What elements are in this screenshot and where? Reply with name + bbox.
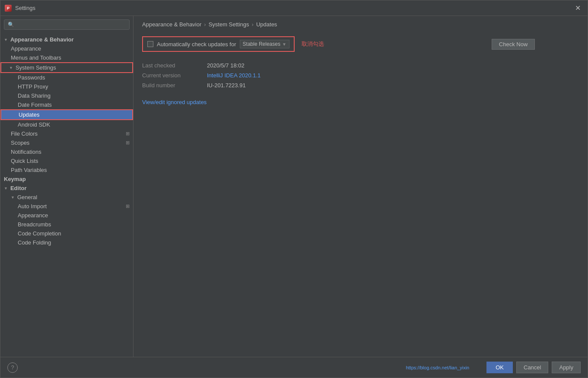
build-number-label: Build number — [142, 82, 198, 89]
breadcrumb-sep2: › — [252, 21, 254, 28]
sidebar-item-data-sharing[interactable]: Data Sharing — [0, 91, 133, 100]
search-input[interactable] — [16, 22, 126, 28]
sidebar-item-file-colors[interactable]: File Colors ⊞ — [0, 129, 133, 138]
main-content: Appearance & Behavior › System Settings … — [133, 16, 588, 357]
file-colors-icon: ⊞ — [126, 131, 130, 137]
breadcrumb-part2: System Settings — [209, 21, 249, 28]
sidebar-item-updates[interactable]: Updates — [0, 109, 133, 120]
general-expand-icon: ▼ — [11, 195, 15, 200]
auto-update-checkbox[interactable] — [147, 41, 153, 47]
auto-update-section: Automatically check updates for Stable R… — [142, 36, 295, 52]
footer-buttons: OK Cancel Apply — [486, 362, 581, 373]
sidebar-item-http-proxy[interactable]: HTTP Proxy — [0, 82, 133, 91]
close-button[interactable]: ✕ — [572, 3, 583, 13]
collapse-icon: ▼ — [4, 38, 8, 42]
build-number-value: IU-201.7223.91 — [207, 82, 246, 89]
last-checked-value: 2020/5/7 18:02 — [207, 62, 245, 69]
sidebar-item-passwords[interactable]: Passwords — [0, 73, 133, 82]
footer: ? https://blog.csdn.net/lian_yixin OK Ca… — [0, 357, 588, 378]
title-bar: P Settings ✕ — [0, 0, 588, 16]
sidebar-item-editor[interactable]: ▼ Editor — [0, 184, 133, 193]
app-icon: P — [5, 5, 12, 12]
help-button[interactable]: ? — [7, 362, 18, 373]
current-version-row: Current version IntelliJ IDEA 2020.1.1 — [142, 70, 579, 80]
current-version-label: Current version — [142, 72, 198, 79]
last-checked-label: Last checked — [142, 62, 198, 69]
auto-update-label: Automatically check updates for — [157, 41, 236, 48]
sidebar-item-appearance[interactable]: Appearance — [0, 44, 133, 53]
sidebar-item-date-formats[interactable]: Date Formats — [0, 100, 133, 109]
sidebar-item-auto-import[interactable]: Auto Import ⊞ — [0, 202, 133, 211]
check-now-button[interactable]: Check Now — [492, 39, 535, 50]
build-number-row: Build number IU-201.7223.91 — [142, 80, 579, 90]
search-icon: 🔍 — [8, 22, 14, 28]
sidebar-item-code-completion[interactable]: Code Completion — [0, 229, 133, 238]
dropdown-arrow-icon: ▼ — [282, 42, 286, 47]
sidebar-item-scopes[interactable]: Scopes ⊞ — [0, 138, 133, 147]
sidebar-item-appearance-editor[interactable]: Appearance — [0, 211, 133, 220]
apply-button[interactable]: Apply — [552, 362, 581, 373]
sidebar-item-path-variables[interactable]: Path Variables — [0, 165, 133, 175]
panel-body: Automatically check updates for Stable R… — [133, 31, 588, 357]
auto-import-icon: ⊞ — [126, 203, 130, 209]
window-title: Settings — [15, 5, 572, 11]
current-version-value[interactable]: IntelliJ IDEA 2020.1.1 — [207, 72, 261, 79]
annotation-text: 取消勾选 — [302, 40, 324, 48]
sidebar-tree: ▼ Appearance & Behavior Appearance Menus… — [0, 33, 133, 357]
view-ignored-updates-link[interactable]: View/edit ignored updates — [142, 99, 207, 105]
info-table: Last checked 2020/5/7 18:02 Current vers… — [142, 60, 579, 90]
sidebar-item-breadcrumbs[interactable]: Breadcrumbs — [0, 220, 133, 229]
breadcrumb-part1: Appearance & Behavior — [142, 21, 201, 28]
sidebar-item-general[interactable]: ▼ General — [0, 193, 133, 202]
editor-collapse-icon: ▼ — [4, 186, 8, 191]
breadcrumb: Appearance & Behavior › System Settings … — [133, 16, 588, 31]
expand-icon: ▼ — [9, 66, 13, 70]
sidebar-item-menus-toolbars[interactable]: Menus and Toolbars — [0, 53, 133, 62]
sidebar-item-system-settings[interactable]: ▼ System Settings — [0, 62, 133, 73]
breadcrumb-part3: Updates — [256, 21, 277, 28]
last-checked-row: Last checked 2020/5/7 18:02 — [142, 60, 579, 70]
sidebar-item-keymap[interactable]: Keymap — [0, 175, 133, 184]
sidebar-item-notifications[interactable]: Notifications — [0, 147, 133, 156]
sidebar-item-appearance-behavior[interactable]: ▼ Appearance & Behavior — [0, 35, 133, 44]
sidebar: 🔍 ▼ Appearance & Behavior Appearance Men… — [0, 16, 133, 357]
ok-button[interactable]: OK — [486, 362, 513, 373]
scopes-icon: ⊞ — [126, 140, 130, 146]
update-channel-dropdown[interactable]: Stable Releases ▼ — [240, 40, 289, 48]
breadcrumb-sep1: › — [204, 21, 206, 28]
sidebar-item-quick-lists[interactable]: Quick Lists — [0, 156, 133, 165]
footer-url: https://blog.csdn.net/lian_yixin — [406, 365, 469, 370]
sidebar-item-code-folding[interactable]: Code Folding — [0, 238, 133, 247]
search-box[interactable]: 🔍 — [4, 19, 130, 30]
cancel-button[interactable]: Cancel — [516, 362, 548, 373]
sidebar-item-android-sdk[interactable]: Android SDK — [0, 120, 133, 129]
